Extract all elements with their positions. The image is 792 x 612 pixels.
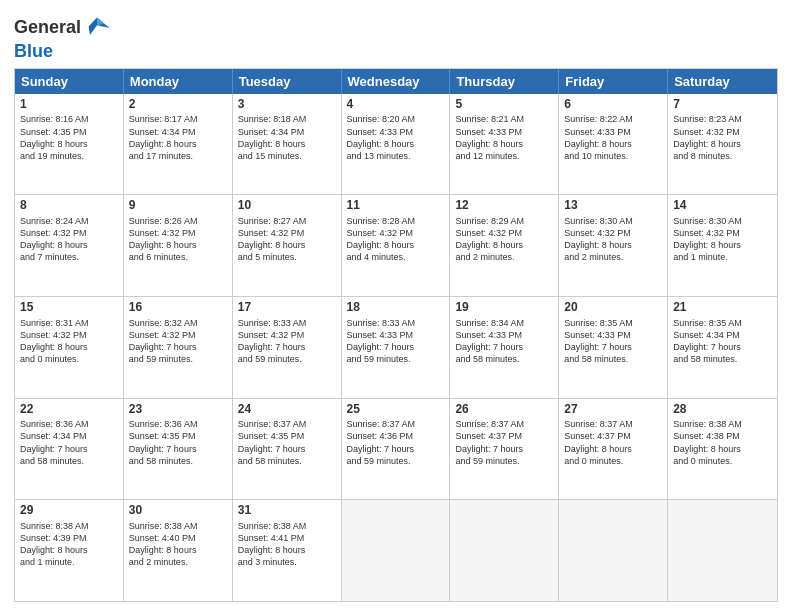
calendar-row-4: 22Sunrise: 8:36 AM Sunset: 4:34 PM Dayli… <box>15 398 777 500</box>
day-info: Sunrise: 8:21 AM Sunset: 4:33 PM Dayligh… <box>455 113 553 162</box>
calendar-cell: 26Sunrise: 8:37 AM Sunset: 4:37 PM Dayli… <box>450 399 559 500</box>
day-info: Sunrise: 8:36 AM Sunset: 4:35 PM Dayligh… <box>129 418 227 467</box>
calendar-cell: 25Sunrise: 8:37 AM Sunset: 4:36 PM Dayli… <box>342 399 451 500</box>
calendar-cell: 18Sunrise: 8:33 AM Sunset: 4:33 PM Dayli… <box>342 297 451 398</box>
day-info: Sunrise: 8:33 AM Sunset: 4:32 PM Dayligh… <box>238 317 336 366</box>
logo-text-blue: Blue <box>14 41 53 61</box>
day-header-thursday: Thursday <box>450 69 559 94</box>
day-info: Sunrise: 8:23 AM Sunset: 4:32 PM Dayligh… <box>673 113 772 162</box>
day-number: 2 <box>129 97 227 113</box>
calendar-cell: 7Sunrise: 8:23 AM Sunset: 4:32 PM Daylig… <box>668 94 777 195</box>
day-info: Sunrise: 8:35 AM Sunset: 4:33 PM Dayligh… <box>564 317 662 366</box>
calendar-cell: 9Sunrise: 8:26 AM Sunset: 4:32 PM Daylig… <box>124 195 233 296</box>
day-info: Sunrise: 8:38 AM Sunset: 4:41 PM Dayligh… <box>238 520 336 569</box>
calendar-header: SundayMondayTuesdayWednesdayThursdayFrid… <box>15 69 777 94</box>
day-number: 12 <box>455 198 553 214</box>
day-number: 31 <box>238 503 336 519</box>
calendar-cell: 1Sunrise: 8:16 AM Sunset: 4:35 PM Daylig… <box>15 94 124 195</box>
day-number: 18 <box>347 300 445 316</box>
day-number: 6 <box>564 97 662 113</box>
day-info: Sunrise: 8:24 AM Sunset: 4:32 PM Dayligh… <box>20 215 118 264</box>
calendar-row-5: 29Sunrise: 8:38 AM Sunset: 4:39 PM Dayli… <box>15 499 777 601</box>
day-number: 15 <box>20 300 118 316</box>
calendar-cell <box>668 500 777 601</box>
day-info: Sunrise: 8:17 AM Sunset: 4:34 PM Dayligh… <box>129 113 227 162</box>
day-number: 21 <box>673 300 772 316</box>
calendar-cell <box>559 500 668 601</box>
calendar-cell: 5Sunrise: 8:21 AM Sunset: 4:33 PM Daylig… <box>450 94 559 195</box>
day-number: 10 <box>238 198 336 214</box>
day-number: 3 <box>238 97 336 113</box>
day-info: Sunrise: 8:27 AM Sunset: 4:32 PM Dayligh… <box>238 215 336 264</box>
day-number: 26 <box>455 402 553 418</box>
day-info: Sunrise: 8:34 AM Sunset: 4:33 PM Dayligh… <box>455 317 553 366</box>
day-info: Sunrise: 8:37 AM Sunset: 4:35 PM Dayligh… <box>238 418 336 467</box>
day-number: 30 <box>129 503 227 519</box>
day-info: Sunrise: 8:31 AM Sunset: 4:32 PM Dayligh… <box>20 317 118 366</box>
calendar-cell: 21Sunrise: 8:35 AM Sunset: 4:34 PM Dayli… <box>668 297 777 398</box>
day-info: Sunrise: 8:26 AM Sunset: 4:32 PM Dayligh… <box>129 215 227 264</box>
calendar-cell: 27Sunrise: 8:37 AM Sunset: 4:37 PM Dayli… <box>559 399 668 500</box>
day-info: Sunrise: 8:37 AM Sunset: 4:37 PM Dayligh… <box>564 418 662 467</box>
day-info: Sunrise: 8:20 AM Sunset: 4:33 PM Dayligh… <box>347 113 445 162</box>
day-number: 11 <box>347 198 445 214</box>
calendar-cell: 22Sunrise: 8:36 AM Sunset: 4:34 PM Dayli… <box>15 399 124 500</box>
calendar-cell: 14Sunrise: 8:30 AM Sunset: 4:32 PM Dayli… <box>668 195 777 296</box>
day-number: 20 <box>564 300 662 316</box>
day-number: 14 <box>673 198 772 214</box>
day-header-wednesday: Wednesday <box>342 69 451 94</box>
day-info: Sunrise: 8:38 AM Sunset: 4:38 PM Dayligh… <box>673 418 772 467</box>
logo: General Blue <box>14 14 111 62</box>
day-number: 27 <box>564 402 662 418</box>
day-number: 24 <box>238 402 336 418</box>
calendar-cell: 13Sunrise: 8:30 AM Sunset: 4:32 PM Dayli… <box>559 195 668 296</box>
calendar-cell: 31Sunrise: 8:38 AM Sunset: 4:41 PM Dayli… <box>233 500 342 601</box>
logo-text-general: General <box>14 18 81 38</box>
calendar-cell: 10Sunrise: 8:27 AM Sunset: 4:32 PM Dayli… <box>233 195 342 296</box>
calendar-row-1: 1Sunrise: 8:16 AM Sunset: 4:35 PM Daylig… <box>15 94 777 195</box>
day-number: 19 <box>455 300 553 316</box>
calendar-cell: 12Sunrise: 8:29 AM Sunset: 4:32 PM Dayli… <box>450 195 559 296</box>
calendar-cell: 17Sunrise: 8:33 AM Sunset: 4:32 PM Dayli… <box>233 297 342 398</box>
calendar-cell <box>450 500 559 601</box>
day-number: 8 <box>20 198 118 214</box>
day-info: Sunrise: 8:35 AM Sunset: 4:34 PM Dayligh… <box>673 317 772 366</box>
day-info: Sunrise: 8:29 AM Sunset: 4:32 PM Dayligh… <box>455 215 553 264</box>
day-info: Sunrise: 8:22 AM Sunset: 4:33 PM Dayligh… <box>564 113 662 162</box>
calendar-cell: 24Sunrise: 8:37 AM Sunset: 4:35 PM Dayli… <box>233 399 342 500</box>
day-number: 25 <box>347 402 445 418</box>
day-number: 29 <box>20 503 118 519</box>
calendar: SundayMondayTuesdayWednesdayThursdayFrid… <box>14 68 778 602</box>
day-info: Sunrise: 8:32 AM Sunset: 4:32 PM Dayligh… <box>129 317 227 366</box>
calendar-cell: 23Sunrise: 8:36 AM Sunset: 4:35 PM Dayli… <box>124 399 233 500</box>
day-info: Sunrise: 8:37 AM Sunset: 4:36 PM Dayligh… <box>347 418 445 467</box>
calendar-cell: 11Sunrise: 8:28 AM Sunset: 4:32 PM Dayli… <box>342 195 451 296</box>
calendar-cell <box>342 500 451 601</box>
day-header-monday: Monday <box>124 69 233 94</box>
day-info: Sunrise: 8:33 AM Sunset: 4:33 PM Dayligh… <box>347 317 445 366</box>
calendar-cell: 15Sunrise: 8:31 AM Sunset: 4:32 PM Dayli… <box>15 297 124 398</box>
day-number: 28 <box>673 402 772 418</box>
day-number: 13 <box>564 198 662 214</box>
calendar-cell: 28Sunrise: 8:38 AM Sunset: 4:38 PM Dayli… <box>668 399 777 500</box>
day-info: Sunrise: 8:36 AM Sunset: 4:34 PM Dayligh… <box>20 418 118 467</box>
calendar-cell: 8Sunrise: 8:24 AM Sunset: 4:32 PM Daylig… <box>15 195 124 296</box>
calendar-cell: 29Sunrise: 8:38 AM Sunset: 4:39 PM Dayli… <box>15 500 124 601</box>
calendar-cell: 6Sunrise: 8:22 AM Sunset: 4:33 PM Daylig… <box>559 94 668 195</box>
calendar-row-2: 8Sunrise: 8:24 AM Sunset: 4:32 PM Daylig… <box>15 194 777 296</box>
calendar-body: 1Sunrise: 8:16 AM Sunset: 4:35 PM Daylig… <box>15 94 777 601</box>
calendar-cell: 3Sunrise: 8:18 AM Sunset: 4:34 PM Daylig… <box>233 94 342 195</box>
logo-bird-icon <box>83 14 111 42</box>
day-info: Sunrise: 8:37 AM Sunset: 4:37 PM Dayligh… <box>455 418 553 467</box>
day-number: 5 <box>455 97 553 113</box>
day-number: 16 <box>129 300 227 316</box>
day-info: Sunrise: 8:30 AM Sunset: 4:32 PM Dayligh… <box>673 215 772 264</box>
day-header-tuesday: Tuesday <box>233 69 342 94</box>
calendar-cell: 20Sunrise: 8:35 AM Sunset: 4:33 PM Dayli… <box>559 297 668 398</box>
calendar-cell: 2Sunrise: 8:17 AM Sunset: 4:34 PM Daylig… <box>124 94 233 195</box>
day-number: 7 <box>673 97 772 113</box>
day-number: 17 <box>238 300 336 316</box>
day-info: Sunrise: 8:16 AM Sunset: 4:35 PM Dayligh… <box>20 113 118 162</box>
day-number: 1 <box>20 97 118 113</box>
calendar-cell: 16Sunrise: 8:32 AM Sunset: 4:32 PM Dayli… <box>124 297 233 398</box>
